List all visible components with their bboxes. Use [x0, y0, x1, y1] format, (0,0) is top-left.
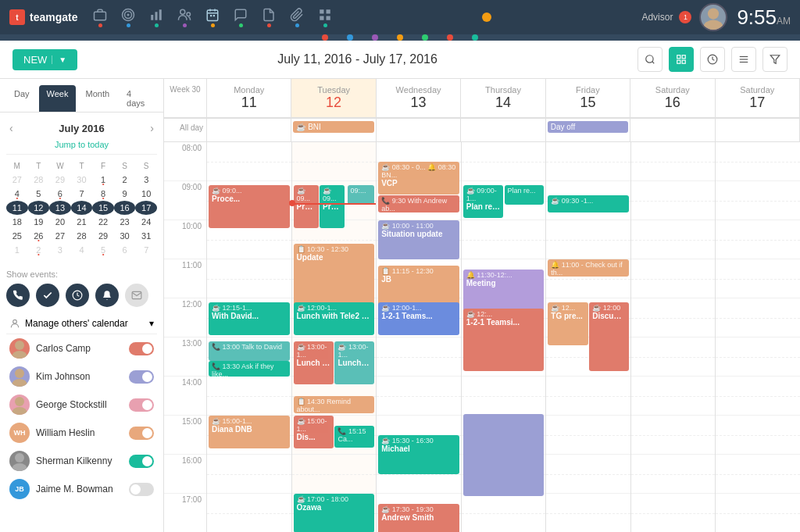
toggle-carlos[interactable] [129, 342, 154, 355]
toggle-jaime[interactable] [129, 483, 154, 496]
event-tue-1430[interactable]: 📋 14:30 Remind about... [294, 396, 375, 413]
event-tue-1200[interactable]: ☕ 12:00-1... Lunch with Tele2 and Te... [294, 302, 375, 335]
manage-others[interactable]: Manage others' calendar ▾ [6, 313, 157, 334]
toolbar-icons [638, 47, 788, 72]
person-jaime: JB Jaime M. Bowman [6, 475, 157, 503]
event-thu-1500[interactable] [463, 414, 545, 496]
people-section: Manage others' calendar ▾ Carlos Camp [0, 310, 163, 506]
toolbar-title: July 11, 2016 - July 17, 2016 [77, 52, 638, 66]
nav-icon-calendar[interactable] [205, 8, 220, 27]
event-tue-1300b[interactable]: ☕ 13:00-1... Lunch with Tele2 and Te... [334, 341, 374, 384]
allday-fri: Day off [546, 119, 630, 141]
event-tue-process1[interactable]: ☕ 09... Proce... [294, 185, 319, 228]
svg-line-22 [652, 62, 655, 64]
filter-check[interactable] [36, 284, 59, 307]
svg-rect-14 [213, 15, 215, 16]
event-mon-12-meeting[interactable]: ☕ 12:15-1... With David... [209, 302, 290, 335]
event-fri-1100[interactable]: 🔔 11:00 - Check out if th... [548, 259, 629, 277]
allday-event-bni[interactable]: ☕ BNI [293, 121, 373, 133]
new-button-arrow[interactable]: ▼ [52, 55, 66, 64]
clock-button[interactable] [700, 47, 725, 72]
event-tue-09-30[interactable]: 09:... [348, 185, 375, 205]
event-thu-0900[interactable]: ☕ 09:00-1... Plan rev... [463, 185, 504, 218]
svg-point-39 [12, 407, 27, 415]
event-wed-0930[interactable]: 📞 9:30 With Andrew ab... [378, 195, 459, 212]
event-wed-1200[interactable]: ☕ 12:00-1... 1-2-1 Teams... [378, 302, 459, 335]
filter-button[interactable] [762, 47, 788, 72]
day-header-sat2: Saturday 17 [716, 79, 800, 117]
sub-dot-4 [397, 34, 403, 41]
day-col-tue: ☕ 09... Proce... ☕ 09... Proce... 09:...… [292, 142, 377, 532]
svg-point-36 [15, 369, 24, 378]
mini-cal-prev[interactable]: ‹ [6, 122, 16, 134]
event-tue-1700[interactable]: ☕ 17:00 - 18:00 Ozawa [294, 494, 375, 532]
nav-icon-grid[interactable] [318, 8, 332, 27]
nav-icon-chart[interactable] [149, 8, 163, 27]
svg-rect-6 [159, 9, 162, 20]
grid-view-button[interactable] [669, 47, 694, 72]
new-button[interactable]: NEW ▼ [12, 49, 77, 70]
allday-sat [630, 119, 715, 141]
jump-today[interactable]: Jump to today [6, 137, 157, 155]
nav-icon-briefcase[interactable] [93, 8, 107, 27]
mini-cal-header: ‹ July 2016 › [6, 119, 157, 137]
menu-button[interactable] [731, 47, 756, 72]
nav-icon-target[interactable] [121, 8, 135, 27]
svg-point-3 [127, 13, 130, 16]
filter-bell[interactable] [95, 284, 119, 307]
event-wed-1730[interactable]: ☕ 17:30 - 19:30 Andrew Smith [378, 504, 459, 532]
svg-rect-4 [152, 15, 154, 20]
view-tabs: Day Week Month 4 days [0, 79, 163, 112]
svg-point-35 [12, 351, 27, 359]
event-tue-1300[interactable]: ☕ 13:00-1... Lunch with Tele2 and Te... [294, 341, 334, 384]
mini-cal-next[interactable]: › [147, 122, 157, 134]
event-tue-1515[interactable]: 📞 15:15 Ca... [334, 426, 374, 448]
tab-month[interactable]: Month [77, 85, 117, 112]
user-avatar[interactable] [699, 3, 727, 31]
event-wed-1530[interactable]: ☕ 15:30 - 16:30 Michael [378, 435, 459, 474]
filter-phone[interactable] [6, 284, 30, 307]
toggle-george[interactable] [129, 398, 154, 412]
event-mon-13-30[interactable]: 📞 13:30 Ask if they like... [209, 361, 290, 377]
event-mon-15[interactable]: ☕ 15:00-1... Diana DNB [209, 416, 290, 448]
mini-cal-title: July 2016 [59, 123, 105, 134]
event-tue-process2[interactable]: ☕ 09... Proce... [320, 185, 345, 228]
event-fri-1200a[interactable]: ☕ 12... TG pre... [548, 302, 588, 345]
sub-dot-7 [472, 34, 478, 41]
event-mon-process[interactable]: ☕ 09:0... Proce... [209, 185, 290, 228]
allday-thu [461, 119, 545, 141]
event-mon-13[interactable]: 📞 13:00 Talk to David [209, 341, 290, 361]
event-fri-1200b[interactable]: ☕ 12:00 Discuss about the... [589, 302, 629, 371]
event-thu-0900b[interactable]: Plan re... [505, 185, 545, 205]
event-fri-0930[interactable]: ☕ 09:30 -1... [548, 195, 629, 212]
event-wed-0830[interactable]: ☕ 08:30 - 0... 🔔 08:30 BN... VCP [378, 162, 459, 195]
svg-rect-16 [327, 9, 330, 13]
search-button[interactable] [638, 47, 662, 72]
person-name-sherman: Sherman Kilkenny [36, 455, 123, 466]
toggle-william[interactable] [129, 427, 154, 440]
tab-4days[interactable]: 4 days [119, 85, 157, 112]
toggle-sherman[interactable] [129, 455, 154, 468]
day-header-mon: Monday 11 [207, 79, 291, 117]
allday-label: All day [164, 119, 207, 141]
allday-event-dayoff[interactable]: Day off [548, 121, 628, 133]
filter-task[interactable] [66, 284, 89, 307]
manage-others-arrow: ▾ [149, 318, 154, 329]
toggle-kim[interactable] [129, 370, 154, 384]
tab-day[interactable]: Day [6, 85, 38, 112]
person-name-george: George Stockstill [36, 399, 123, 410]
tab-week[interactable]: Week [39, 85, 77, 112]
day-col-sat2 [716, 142, 800, 532]
event-thu-1200[interactable]: ☕ 12:... 1-2-1 Teamsi... [463, 309, 545, 371]
event-wed-1000[interactable]: ☕ 10:00 - 11:00 Situation update [378, 220, 459, 259]
nav-icon-chat[interactable] [234, 8, 248, 27]
person-kim: Kim Johnson [6, 362, 157, 391]
event-tue-1500[interactable]: ☕ 15:00-1... Dis... [294, 416, 334, 448]
day-header-sat: Saturday 16 [630, 79, 715, 117]
nav-icon-paperclip[interactable] [290, 8, 304, 27]
filter-email[interactable] [125, 284, 148, 307]
allday-mon [207, 119, 291, 141]
avatar-george [9, 395, 30, 415]
nav-icon-docs[interactable] [262, 8, 276, 27]
nav-icon-contacts[interactable] [177, 8, 191, 27]
